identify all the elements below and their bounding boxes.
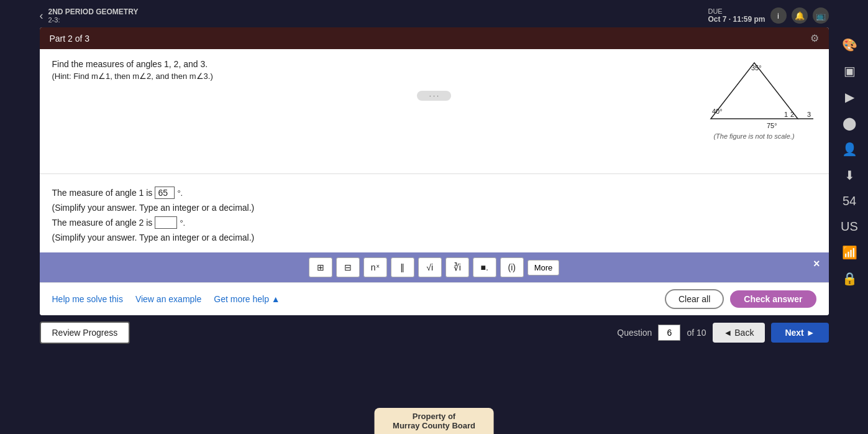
course-name: 2-3:	[48, 16, 139, 24]
more-help-link[interactable]: Get more help ▲	[214, 294, 280, 304]
info-icon[interactable]: i	[770, 7, 787, 24]
angle-bottom-label: 75°	[767, 122, 777, 129]
right-sidebar: 🎨 ▣ ▶ ⬤ 👤 ⬇ 54 US 📶 🔒	[831, 0, 868, 434]
sidebar-arrow-down-icon[interactable]: ⬇	[844, 168, 855, 183]
next-button[interactable]: Next ►	[771, 323, 828, 343]
divider	[40, 173, 829, 174]
property-bar: Property of Murray County Board	[374, 408, 494, 434]
review-progress-button[interactable]: Review Progress	[40, 321, 130, 344]
angle1-simplify-text: (Simplify your answer. Type an integer o…	[52, 203, 255, 213]
sidebar-person-icon[interactable]: 👤	[842, 142, 857, 157]
sidebar-signal-icon: 📶	[842, 245, 857, 260]
angle2-simplify-text: (Simplify your answer. Type an integer o…	[52, 233, 255, 242]
bell-icon[interactable]: 🔔	[792, 7, 808, 24]
angle2-label: The measure of angle 2 is	[52, 218, 153, 228]
action-links: Help me solve this View an example Get m…	[52, 294, 280, 304]
kb-matrix-btn[interactable]: ⊞	[309, 257, 332, 277]
angle1-row: The measure of angle 1 is 65 °.	[52, 187, 816, 199]
kb-decimal-btn[interactable]: ■.	[473, 257, 496, 277]
due-info: DUE Oct 7 · 11:59 pm i 🔔 📺	[708, 7, 828, 24]
sidebar-locale: US	[841, 219, 858, 234]
kb-paren-btn[interactable]: (i)	[500, 257, 524, 277]
kb-matrix2-btn[interactable]: ⊟	[336, 257, 360, 277]
back-button[interactable]: ◄ Back	[713, 323, 765, 343]
angle-top-label: 35°	[751, 64, 762, 72]
kb-sqrt-btn[interactable]: √i	[418, 257, 442, 277]
figure-container: 35° 40° 75° 1 2 3 (The figure is not to …	[692, 57, 816, 140]
cast-icon[interactable]: 📺	[813, 7, 829, 24]
action-buttons: Clear all Check answer	[665, 289, 816, 309]
settings-icon[interactable]: ⚙	[810, 32, 819, 44]
angle1-simplify-row: (Simplify your answer. Type an integer o…	[52, 203, 816, 213]
angle2-row: The measure of angle 2 is °.	[52, 216, 816, 229]
course-info: 2ND PERIOD GEOMETRY 2-3:	[48, 7, 139, 24]
figure-note: (The figure is not to scale.)	[713, 132, 794, 140]
clear-all-button[interactable]: Clear all	[665, 289, 724, 309]
help-link[interactable]: Help me solve this	[52, 294, 123, 304]
sidebar-palette-icon[interactable]: 🎨	[842, 37, 857, 52]
part-label: Part 2 of 3	[50, 34, 90, 44]
question-label: Question	[617, 328, 652, 338]
angle-left-label: 40°	[712, 108, 723, 115]
keyboard-toolbar: ⊞ ⊟ nˣ ‖ √i ∛i ■. (i) More ×	[40, 252, 829, 282]
part-header: Part 2 of 3 ⚙	[40, 27, 829, 49]
angle2-simplify-row: (Simplify your answer. Type an integer o…	[52, 233, 816, 242]
kb-parallel-btn[interactable]: ‖	[391, 257, 414, 277]
check-answer-button[interactable]: Check answer	[730, 290, 816, 308]
angle2-suffix: °.	[180, 218, 185, 228]
kb-more-btn[interactable]: More	[528, 260, 560, 275]
label-3: 3	[807, 111, 811, 118]
expand-button[interactable]: · · ·	[417, 91, 451, 101]
answer-area: The measure of angle 1 is 65 °. (Simplif…	[40, 180, 829, 252]
kb-cbrt-btn[interactable]: ∛i	[445, 257, 469, 277]
property-line1: Property of	[393, 412, 475, 421]
top-bar: ‹ 2ND PERIOD GEOMETRY 2-3: DUE Oct 7 · 1…	[40, 5, 829, 27]
kb-superscript-btn[interactable]: nˣ	[363, 257, 387, 277]
sidebar-badge-number: 54	[843, 194, 856, 208]
label-1: 1	[784, 111, 788, 118]
back-nav-arrow[interactable]: ‹	[40, 9, 43, 22]
angle1-label: The measure of angle 1 is	[52, 188, 153, 198]
nav-bar: Review Progress Question of 10 ◄ Back Ne…	[40, 315, 829, 348]
label-2: 2	[790, 111, 794, 118]
triangle-figure: 35° 40° 75° 1 2 3	[692, 57, 816, 131]
question-number-input[interactable]	[658, 325, 680, 341]
keyboard-close-btn[interactable]: ×	[813, 257, 820, 270]
property-line2: Murray County Board	[393, 421, 475, 430]
angle1-value: 65	[155, 187, 175, 199]
due-date: Oct 7 · 11:59 pm	[708, 15, 765, 24]
due-label: DUE	[708, 7, 765, 15]
course-period: 2ND PERIOD GEOMETRY	[48, 7, 139, 16]
example-link[interactable]: View an example	[135, 294, 201, 304]
angle1-suffix: °.	[177, 188, 183, 198]
sidebar-play-icon[interactable]: ▶	[845, 90, 854, 104]
question-total: of 10	[687, 328, 706, 338]
angle2-input[interactable]	[155, 216, 177, 229]
sidebar-display-icon[interactable]: ▣	[844, 63, 856, 78]
problem-area: Find the measures of angles 1, 2, and 3.…	[40, 49, 829, 173]
action-bar: Help me solve this View an example Get m…	[40, 282, 829, 315]
sidebar-lock-icon[interactable]: 🔒	[842, 271, 857, 286]
content-card: Part 2 of 3 ⚙ Find the measures of angle…	[40, 27, 829, 315]
sidebar-circle-icon[interactable]: ⬤	[843, 116, 856, 131]
